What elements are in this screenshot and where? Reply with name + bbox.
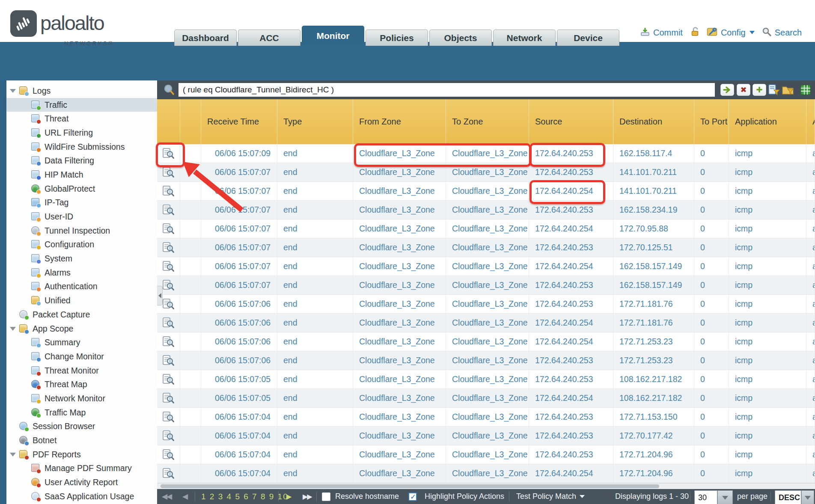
add-filter-icon[interactable]: ✚ (753, 84, 766, 96)
cell-time[interactable]: 06/06 15:07:07 (201, 219, 277, 238)
sidebar-item-traffic-map[interactable]: Traffic Map (6, 406, 157, 420)
cell-port[interactable]: 0 (694, 351, 729, 370)
cell-type[interactable]: end (277, 314, 353, 332)
cell-time[interactable]: 06/06 15:07:06 (201, 295, 277, 313)
sidebar-item-user-id[interactable]: User-ID (6, 210, 157, 224)
cell-dst[interactable]: 172.71.181.76 (613, 295, 694, 313)
cell-action[interactable]: a (806, 238, 815, 257)
table-row[interactable]: 06/06 15:07:07endCloudflare_L3_ZoneCloud… (157, 201, 815, 219)
log-detail-icon[interactable] (157, 464, 180, 483)
commit-button[interactable]: Commit (653, 28, 683, 38)
cell-type[interactable]: end (277, 351, 353, 370)
cell-type[interactable]: end (277, 464, 353, 483)
log-detail-icon[interactable] (157, 182, 180, 200)
cell-src[interactable]: 172.64.240.254 (529, 219, 613, 238)
sidebar-item-threat-map[interactable]: Threat Map (6, 377, 157, 391)
cell-src[interactable]: 172.64.240.253 (529, 427, 613, 445)
cell-to[interactable]: Cloudflare_L3_Zone (446, 182, 529, 200)
cell-src[interactable]: 172.64.240.253 (529, 370, 613, 388)
apply-filter-icon[interactable] (720, 84, 734, 96)
table-row[interactable]: 06/06 15:07:04endCloudflare_L3_ZoneCloud… (157, 427, 815, 445)
cell-src[interactable]: 172.64.240.254 (529, 257, 613, 276)
cell-dst[interactable]: 162.158.157.149 (613, 257, 694, 276)
cell-to[interactable]: Cloudflare_L3_Zone (446, 408, 529, 426)
cell-action[interactable]: a (806, 445, 815, 464)
previous-page-button[interactable]: ◀ (182, 489, 187, 504)
cell-action[interactable]: a (806, 295, 815, 313)
log-detail-icon[interactable] (157, 314, 180, 332)
table-row[interactable]: 06/06 15:07:09endCloudflare_L3_ZoneCloud… (157, 144, 815, 163)
cell-action[interactable]: a (806, 427, 815, 445)
config-caret-icon[interactable] (750, 31, 755, 34)
column-header-source[interactable]: Source (529, 99, 613, 144)
cell-dst[interactable]: 108.162.217.182 (613, 389, 694, 407)
cell-to[interactable]: Cloudflare_L3_Zone (446, 314, 529, 332)
table-row[interactable]: 06/06 15:07:04endCloudflare_L3_ZoneCloud… (157, 445, 815, 464)
sidebar-item-saas-application-usage[interactable]: SaaS Application Usage (6, 489, 157, 504)
tab-dashboard[interactable]: Dashboard (174, 30, 237, 46)
cell-app[interactable]: icmp (729, 445, 806, 464)
sidebar-item-data-filtering[interactable]: Data Filtering (6, 154, 157, 168)
cell-src[interactable]: 172.64.240.253 (529, 163, 613, 181)
per-page-select[interactable]: 30 (694, 490, 717, 504)
cell-from[interactable]: Cloudflare_L3_Zone (353, 163, 446, 181)
cell-src[interactable]: 172.64.240.253 (529, 445, 613, 464)
cell-to[interactable]: Cloudflare_L3_Zone (446, 351, 529, 370)
cell-dst[interactable]: 172.71.181.76 (613, 314, 694, 332)
cell-action[interactable]: a (806, 182, 815, 200)
cell-type[interactable]: end (277, 238, 353, 257)
sidebar-item-packet-capture[interactable]: Packet Capture (6, 308, 157, 322)
cell-src[interactable]: 172.64.240.254 (529, 182, 613, 200)
cell-to[interactable]: Cloudflare_L3_Zone (446, 238, 529, 257)
cell-dst[interactable]: 141.101.70.211 (613, 182, 694, 200)
cell-src[interactable]: 172.64.240.254 (529, 389, 613, 407)
cell-action[interactable]: a (806, 389, 815, 407)
tab-network[interactable]: Network (493, 30, 556, 46)
sort-order-select[interactable]: DESC (775, 490, 801, 504)
cell-type[interactable]: end (277, 182, 353, 200)
sidebar-item-alarms[interactable]: Alarms (6, 266, 157, 280)
cell-from[interactable]: Cloudflare_L3_Zone (353, 389, 446, 407)
cell-type[interactable]: end (277, 408, 353, 426)
cell-to[interactable]: Cloudflare_L3_Zone (446, 144, 529, 163)
cell-port[interactable]: 0 (694, 445, 729, 464)
log-detail-icon[interactable] (157, 201, 180, 219)
cell-action[interactable]: a (806, 408, 815, 426)
cell-from[interactable]: Cloudflare_L3_Zone (353, 276, 446, 294)
sidebar-item-system[interactable]: System (6, 252, 157, 266)
cell-src[interactable]: 172.64.240.254 (529, 332, 613, 351)
cell-port[interactable]: 0 (694, 314, 729, 332)
cell-src[interactable]: 172.64.240.254 (529, 464, 613, 483)
cell-app[interactable]: icmp (729, 219, 806, 238)
cell-from[interactable]: Cloudflare_L3_Zone (353, 144, 446, 163)
cell-type[interactable]: end (277, 332, 353, 351)
cell-action[interactable]: a (806, 257, 815, 276)
cell-type[interactable]: end (277, 163, 353, 181)
tab-monitor[interactable]: Monitor (302, 26, 364, 46)
cell-from[interactable]: Cloudflare_L3_Zone (353, 201, 446, 219)
table-row[interactable]: 06/06 15:07:04endCloudflare_L3_ZoneCloud… (157, 464, 815, 483)
cell-action[interactable]: a (806, 201, 815, 219)
cell-dst[interactable]: 108.162.217.182 (613, 370, 694, 388)
cell-app[interactable]: icmp (729, 182, 806, 200)
cell-type[interactable]: end (277, 295, 353, 313)
log-detail-icon[interactable] (157, 370, 180, 388)
cell-to[interactable]: Cloudflare_L3_Zone (446, 276, 529, 294)
cell-action[interactable]: a (806, 219, 815, 238)
sidebar-item-manage-pdf-summary[interactable]: Manage PDF Summary (6, 462, 157, 476)
expander-icon[interactable] (10, 453, 16, 457)
table-row[interactable]: 06/06 15:07:06endCloudflare_L3_ZoneCloud… (157, 295, 815, 314)
cell-from[interactable]: Cloudflare_L3_Zone (353, 238, 446, 257)
table-row[interactable]: 06/06 15:07:07endCloudflare_L3_ZoneCloud… (157, 238, 815, 257)
cell-port[interactable]: 0 (694, 389, 729, 407)
cell-dst[interactable]: 172.71.253.23 (613, 351, 694, 370)
table-row[interactable]: 06/06 15:07:05endCloudflare_L3_ZoneCloud… (157, 370, 815, 389)
cell-src[interactable]: 172.64.240.253 (529, 238, 613, 257)
cell-to[interactable]: Cloudflare_L3_Zone (446, 332, 529, 351)
cell-time[interactable]: 06/06 15:07:07 (201, 276, 277, 294)
cell-port[interactable]: 0 (694, 332, 729, 351)
cell-from[interactable]: Cloudflare_L3_Zone (353, 445, 446, 464)
cell-to[interactable]: Cloudflare_L3_Zone (446, 464, 529, 483)
cell-time[interactable]: 06/06 15:07:04 (201, 427, 277, 445)
column-header-a[interactable]: A (806, 99, 815, 144)
